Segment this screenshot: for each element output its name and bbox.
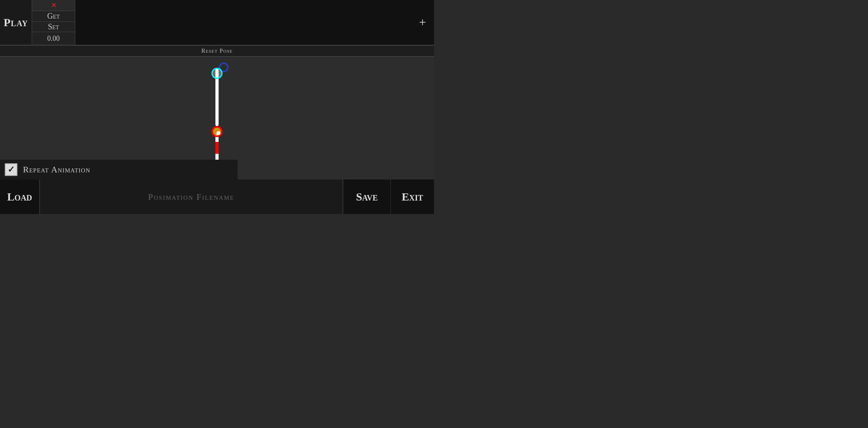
bottom-bar: Load Posimation Filename Save Exit xyxy=(0,180,434,214)
joint-cyan[interactable] xyxy=(211,68,223,79)
joint-red-inner xyxy=(217,131,221,135)
joint-red[interactable] xyxy=(211,126,223,137)
top-right-area: + xyxy=(75,0,434,45)
repeat-animation-checkbox[interactable]: ✓ xyxy=(5,163,17,176)
controls-column: ✕ Get Set 0.00 xyxy=(32,0,75,45)
red-stripe xyxy=(215,142,219,154)
close-button[interactable]: ✕ xyxy=(32,0,75,11)
play-label: Play xyxy=(4,16,28,29)
exit-button[interactable]: Exit xyxy=(390,180,434,214)
skeleton-figure xyxy=(205,61,229,176)
play-section: Play xyxy=(0,0,32,45)
reset-pose-label: Reset Pose xyxy=(201,48,232,54)
add-button[interactable]: + xyxy=(419,15,426,30)
save-button[interactable]: Save xyxy=(343,180,390,214)
checkmark-icon: ✓ xyxy=(8,164,15,175)
value-display: 0.00 xyxy=(32,32,75,45)
repeat-animation-section: ✓ Repeat Animation xyxy=(0,160,238,180)
set-button[interactable]: Set xyxy=(32,22,75,32)
load-button[interactable]: Load xyxy=(0,180,40,214)
top-panel: Play ✕ Get Set 0.00 + xyxy=(0,0,434,46)
repeat-animation-label: Repeat Animation xyxy=(23,164,90,175)
get-button[interactable]: Get xyxy=(32,11,75,22)
reset-pose-bar[interactable]: Reset Pose xyxy=(0,46,434,57)
filename-field[interactable]: Posimation Filename xyxy=(40,180,343,214)
